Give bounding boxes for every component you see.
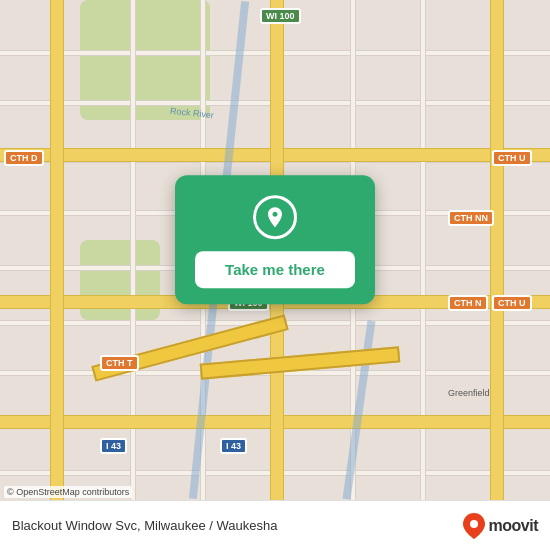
bottom-bar: Blackout Window Svc, Milwaukee / Waukesh… <box>0 500 550 550</box>
moovit-text: moovit <box>489 517 538 535</box>
pin-svg <box>263 205 287 229</box>
cth-t-label: CTH T <box>100 355 139 371</box>
moovit-pin-icon <box>463 513 485 539</box>
i43-left-label: I 43 <box>100 438 127 454</box>
svg-point-0 <box>470 520 478 528</box>
major-road-v3 <box>490 0 504 500</box>
cth-nn-label: CTH NN <box>448 210 494 226</box>
location-popup: Take me there <box>175 175 375 304</box>
map-view[interactable]: WI 100 WI 100 I 43 I 43 CTH D CTH U CTH … <box>0 0 550 500</box>
cth-u-top-label: CTH U <box>492 150 532 166</box>
greenfield-label: Greenfield <box>448 388 490 398</box>
cth-u-bottom-label: CTH U <box>492 295 532 311</box>
cth-n-label: CTH N <box>448 295 488 311</box>
osm-copyright: © OpenStreetMap contributors <box>4 486 132 498</box>
business-name-label: Blackout Window Svc, Milwaukee / Waukesh… <box>12 518 277 533</box>
moovit-logo: moovit <box>463 513 538 539</box>
take-me-there-button[interactable]: Take me there <box>195 251 355 288</box>
i43-right-label: I 43 <box>220 438 247 454</box>
wi100-top-label: WI 100 <box>260 8 301 24</box>
major-road-v1 <box>50 0 64 500</box>
cth-d-label: CTH D <box>4 150 44 166</box>
popup-pin-icon <box>253 195 297 239</box>
